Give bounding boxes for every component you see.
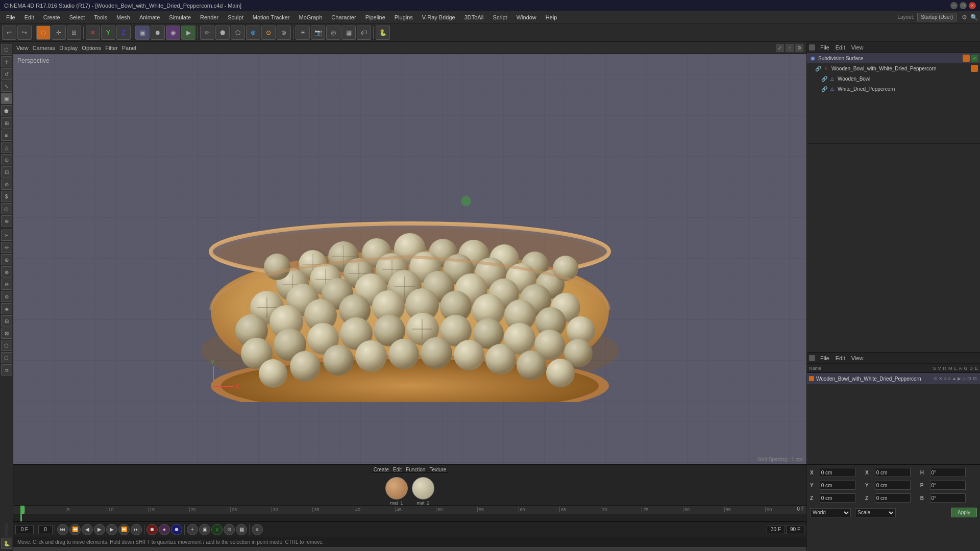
redo-button[interactable]: ↪: [17, 26, 32, 40]
python-button[interactable]: 🐍: [376, 26, 390, 40]
menu-3dtoall[interactable]: 3DToAll: [460, 13, 488, 21]
live-select-button[interactable]: ⬡: [36, 26, 51, 40]
left-tool-22[interactable]: ◈: [1, 303, 12, 314]
attr-menu-file[interactable]: File: [818, 355, 831, 361]
left-tool-10[interactable]: ⊙: [1, 154, 12, 165]
left-tool-11[interactable]: ⊡: [1, 166, 12, 178]
coord-y-input[interactable]: [820, 481, 855, 490]
mat-tab-edit[interactable]: Edit: [393, 467, 402, 472]
left-tool-27[interactable]: ≎: [1, 364, 12, 375]
left-tool-26[interactable]: ⬡: [1, 352, 12, 363]
left-tool-7[interactable]: ⊞: [1, 117, 12, 129]
object-row-wooden-bowl[interactable]: 🔗 △ Wooden_Bowl: [819, 73, 980, 84]
coord-x2-input[interactable]: [875, 468, 911, 477]
attr-menu-edit[interactable]: Edit: [834, 355, 847, 361]
left-tool-8[interactable]: ≡: [1, 130, 12, 141]
menu-pipeline[interactable]: Pipeline: [361, 13, 389, 21]
motion-record-button[interactable]: ⏺: [171, 524, 182, 535]
maximize-button[interactable]: □: [960, 2, 967, 9]
deformer-button[interactable]: ⊛: [246, 26, 260, 40]
vp-menu-panel[interactable]: Panel: [122, 45, 136, 51]
menu-motion-tracker[interactable]: Motion Tracker: [249, 13, 294, 21]
end-frame-input[interactable]: [786, 525, 804, 534]
mode-button-2[interactable]: ▣: [199, 524, 210, 535]
viewport-icon-up[interactable]: ↑: [786, 44, 794, 52]
record-keyframe-button[interactable]: ⏺: [146, 524, 158, 535]
record-button[interactable]: ⏺: [151, 26, 165, 40]
mograph-button[interactable]: ⊚: [277, 26, 291, 40]
material-2[interactable]: mat_2: [412, 477, 434, 506]
close-button[interactable]: ✕: [969, 2, 976, 9]
goto-prev-key-button[interactable]: ⏪: [69, 524, 81, 535]
left-tool-23[interactable]: ⊟: [1, 315, 12, 327]
null-button[interactable]: ✕: [86, 26, 100, 40]
mat-tab-create[interactable]: Create: [374, 467, 389, 472]
left-tool-scale[interactable]: ⤡: [1, 81, 12, 92]
menu-mesh[interactable]: Mesh: [112, 13, 134, 21]
left-tool-6[interactable]: ⬟: [1, 105, 12, 116]
menu-create[interactable]: Create: [39, 13, 64, 21]
object-row-bowl-group[interactable]: 🔗 ○ Wooden_Bowl_with_White_Dried_Pepperc…: [813, 63, 980, 73]
layout-selector[interactable]: Startup (User): [917, 13, 957, 21]
left-tool-rotate[interactable]: ↺: [1, 68, 12, 80]
vp-menu-display[interactable]: Display: [59, 45, 78, 51]
menu-tools[interactable]: Tools: [90, 13, 111, 21]
scale-tool-button[interactable]: ⊞: [67, 26, 81, 40]
left-tool-12[interactable]: ⊘: [1, 179, 12, 190]
attr-menu-view[interactable]: View: [849, 355, 866, 361]
icon-search[interactable]: 🔍: [970, 14, 978, 21]
viewport-icon-settings[interactable]: ⚙: [795, 44, 803, 52]
mode-button-3[interactable]: ○: [211, 524, 223, 535]
icon-settings[interactable]: ⚙: [962, 14, 967, 21]
render-button[interactable]: ▶: [181, 26, 195, 40]
cube-button[interactable]: ▣: [135, 26, 150, 40]
coord-b-input[interactable]: [930, 493, 966, 503]
fps-input[interactable]: [767, 525, 785, 534]
left-tool-17[interactable]: ✏: [1, 242, 12, 253]
left-tool-21[interactable]: ⊜: [1, 291, 12, 302]
effector-button[interactable]: ⊙: [261, 26, 276, 40]
left-tool-select[interactable]: ⬡: [1, 44, 12, 55]
vp-menu-view[interactable]: View: [16, 45, 29, 51]
mat-tab-texture[interactable]: Texture: [429, 467, 446, 472]
start-frame-input[interactable]: [15, 525, 34, 534]
menu-select[interactable]: Select: [65, 13, 89, 21]
left-tool-20[interactable]: ⊖: [1, 279, 12, 290]
left-tool-bottom[interactable]: 🐍: [1, 538, 12, 549]
texture-button[interactable]: ▦: [341, 26, 356, 40]
left-tool-15[interactable]: ⊛: [1, 215, 12, 227]
vp-menu-options[interactable]: Options: [82, 45, 101, 51]
om-menu-view[interactable]: View: [849, 44, 866, 51]
vp-menu-cameras[interactable]: Cameras: [33, 45, 56, 51]
play-button[interactable]: ▶: [94, 524, 105, 535]
camera-button[interactable]: 📷: [311, 26, 325, 40]
vp-menu-filter[interactable]: Filter: [105, 45, 117, 51]
object-row-subdivision[interactable]: ▣ Subdivision Surface ✓: [807, 53, 980, 63]
om-menu-edit[interactable]: Edit: [834, 44, 847, 51]
material-1[interactable]: mat_1: [385, 477, 408, 506]
next-frame-button[interactable]: ▶: [106, 524, 117, 535]
tag-button[interactable]: 🏷: [357, 26, 371, 40]
autokey-button[interactable]: ●: [159, 524, 170, 535]
viewport-icon-expand[interactable]: ⤢: [776, 44, 784, 52]
y-axis-button[interactable]: Y: [101, 26, 115, 40]
menu-window[interactable]: Window: [512, 13, 541, 21]
paint-button[interactable]: ✏: [200, 26, 214, 40]
left-tool-16[interactable]: ✂: [1, 230, 12, 241]
goto-end-button[interactable]: ⏭: [131, 524, 142, 535]
spline-button[interactable]: ⬠: [231, 26, 245, 40]
scale-mode-select[interactable]: Scale Size: [855, 508, 896, 517]
coord-z2-input[interactable]: [875, 493, 911, 503]
menu-sculpt[interactable]: Sculpt: [224, 13, 248, 21]
left-tool-14[interactable]: ◎: [1, 203, 12, 214]
menu-script[interactable]: Script: [489, 13, 511, 21]
goto-start-button[interactable]: ⏮: [57, 524, 68, 535]
om-menu-file[interactable]: File: [818, 44, 831, 51]
left-tool-13[interactable]: $: [1, 191, 12, 202]
coord-h-input[interactable]: [930, 468, 966, 477]
z-axis-button[interactable]: Z: [116, 26, 131, 40]
mode-button-5[interactable]: ▦: [236, 524, 247, 535]
menu-help[interactable]: Help: [542, 13, 561, 21]
apply-button[interactable]: Apply: [951, 508, 977, 517]
undo-button[interactable]: ↩: [2, 26, 16, 40]
